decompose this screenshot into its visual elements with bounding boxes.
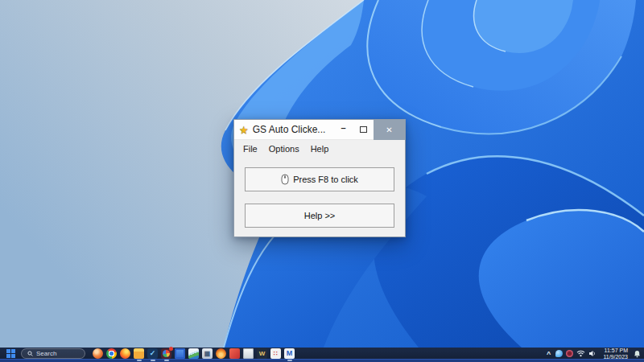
tray-time: 11:57 PM xyxy=(603,348,628,354)
close-button[interactable]: ✕ xyxy=(374,120,405,140)
menu-help[interactable]: Help xyxy=(305,142,335,156)
taskbar-app-icons: ✓▦W∷M xyxy=(93,348,295,359)
people-app-icon[interactable] xyxy=(93,348,103,359)
gs-auto-clicker-window: ★ GS Auto Clicke... – ✕ File Options Hel… xyxy=(233,119,406,237)
mouse-icon xyxy=(281,174,289,185)
desktop: ★ GS Auto Clicke... – ✕ File Options Hel… xyxy=(0,0,644,362)
dots-app-icon[interactable]: ∷ xyxy=(270,348,281,359)
press-f8-button[interactable]: Press F8 to click xyxy=(245,167,394,191)
taskbar: Search ✓▦W∷M ^ 11:57 PM 11/9/2023 xyxy=(0,348,644,362)
tray-date: 11/9/2023 xyxy=(603,354,628,360)
search-icon xyxy=(27,351,33,356)
minimize-button[interactable]: – xyxy=(333,120,353,140)
volume-icon[interactable] xyxy=(588,350,597,357)
pie-chart-app-icon[interactable] xyxy=(161,348,171,359)
app-star-icon: ★ xyxy=(239,125,249,135)
notification-badge xyxy=(169,347,173,351)
menu-options[interactable]: Options xyxy=(263,142,305,156)
document-app-icon[interactable] xyxy=(243,348,254,359)
w-app-icon[interactable]: W xyxy=(257,348,267,359)
maximize-icon xyxy=(360,126,367,133)
calculator-icon[interactable]: ▦ xyxy=(202,348,213,359)
todo-check-icon[interactable]: ✓ xyxy=(147,348,158,359)
tray-bird-icon[interactable] xyxy=(555,350,563,357)
photos-icon[interactable] xyxy=(188,348,199,359)
maximize-button[interactable] xyxy=(353,120,374,140)
taskbar-clock[interactable]: 11:57 PM 11/9/2023 xyxy=(603,348,628,360)
flame-app-icon[interactable] xyxy=(216,348,226,359)
firefox-icon[interactable] xyxy=(120,348,130,359)
notification-bell-icon[interactable] xyxy=(634,350,641,358)
start-button[interactable] xyxy=(6,349,15,358)
titlebar[interactable]: ★ GS Auto Clicke... – ✕ xyxy=(234,120,405,140)
red-app-icon[interactable] xyxy=(229,348,240,359)
menu-file[interactable]: File xyxy=(237,142,263,156)
chrome-icon[interactable] xyxy=(106,348,117,359)
system-tray: ^ 11:57 PM 11/9/2023 xyxy=(545,348,641,360)
help-button[interactable]: Help >> xyxy=(245,204,394,228)
press-f8-label: Press F8 to click xyxy=(293,175,358,184)
window-title: GS Auto Clicke... xyxy=(253,124,333,135)
menubar: File Options Help xyxy=(234,140,405,158)
wifi-icon[interactable] xyxy=(576,350,585,357)
m-app-icon[interactable]: M xyxy=(284,348,295,359)
taskbar-search[interactable]: Search xyxy=(21,348,85,359)
search-label: Search xyxy=(36,350,56,357)
tray-record-icon[interactable] xyxy=(566,350,573,357)
tray-chevron-up-icon[interactable]: ^ xyxy=(545,350,552,358)
help-label: Help >> xyxy=(304,211,336,220)
window-client-area: Press F8 to click Help >> xyxy=(234,158,405,228)
file-explorer-icon[interactable] xyxy=(134,348,144,359)
tablet-device-icon[interactable] xyxy=(175,348,185,359)
